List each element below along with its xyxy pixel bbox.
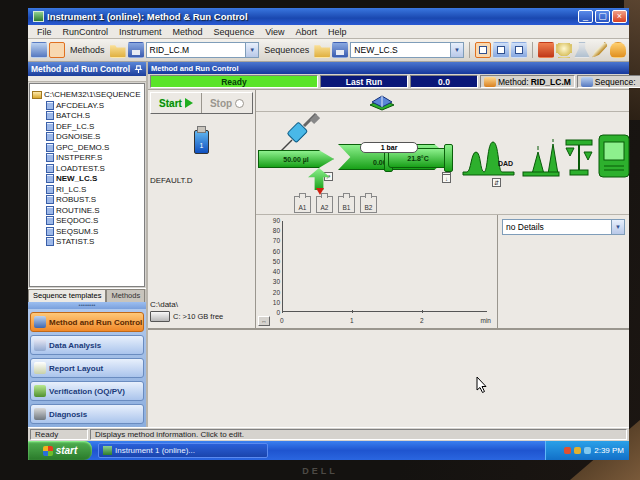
pump-pressure-pill: 1 bar xyxy=(360,142,418,153)
monitor-brand-logo: DELL xyxy=(0,466,640,476)
monitor-bezel xyxy=(0,0,640,480)
monitor-photo: Instrument 1 (online): Method & Run Cont… xyxy=(0,0,640,480)
